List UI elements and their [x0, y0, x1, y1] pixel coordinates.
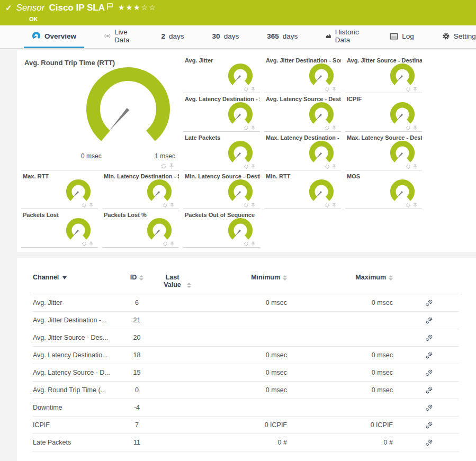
gear-icon[interactable] [163, 241, 168, 247]
pin-icon[interactable] [168, 163, 175, 169]
channel-settings-gears-icon[interactable] [425, 334, 433, 342]
channel-settings-gears-icon[interactable] [425, 421, 433, 429]
gauge-tile: Avg. Jitter Source - Destination [345, 55, 422, 93]
gauge-tile: Min. Latency Source - Destina... [183, 170, 260, 209]
channel-maximum: 0 ICPIF [292, 421, 398, 429]
sort-icons [187, 283, 191, 288]
channel-name-link[interactable]: Avg. Jitter Destination -... [33, 317, 122, 324]
pin-icon[interactable] [250, 87, 256, 92]
channel-name-link[interactable]: ICPIF [33, 421, 122, 429]
gear-icon[interactable] [82, 241, 87, 247]
channel-id: 11 [122, 439, 152, 446]
gear-icon[interactable] [244, 87, 249, 92]
channel-settings-gears-icon[interactable] [425, 317, 433, 324]
pin-icon[interactable] [331, 125, 337, 131]
gear-icon[interactable] [244, 241, 249, 247]
table-row: Avg. Jitter 6 0 msec 0 msec [33, 294, 459, 312]
gear-icon[interactable] [325, 164, 330, 169]
sensor-header: ✓ Sensor Cisco IP SLA ★★★☆☆ OK [0, 0, 476, 25]
pin-icon[interactable] [331, 203, 337, 208]
priority-stars[interactable]: ★★★☆☆ [118, 3, 157, 12]
gear-icon[interactable] [244, 125, 249, 131]
pin-icon[interactable] [412, 203, 418, 208]
gear-icon[interactable] [406, 125, 411, 131]
channel-settings-gears-icon[interactable] [425, 369, 433, 377]
gauge-dial [63, 178, 94, 205]
gear-icon[interactable] [163, 203, 168, 208]
channel-name-link[interactable]: Avg. Jitter [33, 299, 122, 306]
pin-icon[interactable] [250, 164, 256, 169]
sort-caret-icon [62, 276, 67, 279]
pin-icon[interactable] [331, 87, 337, 92]
tab-historic-data[interactable]: Historic Data [318, 25, 370, 48]
flag-icon[interactable] [107, 3, 113, 10]
tab-365-days[interactable]: 365 days [259, 25, 306, 48]
channel-id: -4 [122, 404, 152, 411]
gear-icon [442, 32, 450, 40]
channel-table-panel: Channel ID Last Value Minimum Maximum Av… [17, 258, 476, 461]
channel-name-link[interactable]: Late Packets [33, 439, 122, 446]
channel-settings-gears-icon[interactable] [425, 299, 433, 307]
channel-settings-gears-icon[interactable] [425, 439, 433, 447]
channel-settings-gears-icon[interactable] [425, 404, 433, 412]
gauge-tile: Min. Latency Destination - So... [102, 170, 179, 209]
tab-30-days[interactable]: 30 days [204, 25, 247, 48]
channel-minimum: 0 msec [200, 299, 292, 306]
gear-icon[interactable] [406, 203, 411, 208]
gear-icon[interactable] [244, 164, 249, 169]
channel-name-link[interactable]: Avg. Jitter Source - Des... [33, 334, 122, 341]
pin-icon[interactable] [88, 241, 94, 247]
channel-id: 15 [122, 369, 152, 376]
tab-settings[interactable]: Settings [434, 25, 476, 48]
tab-2-days[interactable]: 2 days [154, 25, 192, 48]
gear-icon[interactable] [406, 87, 411, 92]
column-header-maximum[interactable]: Maximum [292, 274, 398, 281]
pin-icon[interactable] [250, 241, 256, 247]
channel-name-link[interactable]: Avg. Latency Source - D... [33, 369, 122, 376]
channel-maximum: 0 msec [292, 351, 398, 359]
channel-settings-gears-icon[interactable] [425, 386, 433, 394]
gauge-dial [387, 139, 418, 167]
channel-settings-gears-icon[interactable] [425, 351, 433, 359]
column-header-last-value[interactable]: Last Value [152, 274, 200, 288]
column-header-minimum[interactable]: Minimum [200, 274, 292, 281]
pin-icon[interactable] [412, 125, 418, 131]
sort-icons [139, 275, 143, 281]
column-header-channel[interactable]: Channel [33, 274, 122, 281]
tab-overview[interactable]: Overview [24, 25, 84, 48]
gauge-dial [306, 178, 337, 205]
gear-icon[interactable] [325, 87, 330, 92]
overview-gauges-panel: Avg. Round Trip Time (RTT) 0 msec 1 msec [17, 50, 476, 252]
sort-icons [389, 275, 393, 281]
pin-icon[interactable] [250, 203, 256, 208]
gauge-dial [306, 62, 337, 89]
pin-icon[interactable] [331, 164, 337, 169]
gauge-tile: MOS [345, 170, 422, 209]
gauge-tile: Max. Latency Destination - So... [264, 132, 341, 170]
pin-icon[interactable] [88, 203, 94, 208]
gauge-dial [225, 62, 256, 89]
channel-name-link[interactable]: Avg. Latency Destinatio... [33, 351, 122, 359]
channel-id: 6 [122, 299, 152, 306]
pin-icon[interactable] [169, 203, 175, 208]
gauge-tile: Avg. Jitter [183, 55, 260, 93]
pin-icon[interactable] [412, 87, 418, 92]
gauge-dial [225, 139, 256, 167]
column-header-id[interactable]: ID [122, 274, 152, 281]
pin-icon[interactable] [169, 241, 175, 247]
gauge-tile: Max. RTT [21, 170, 98, 209]
table-row: Avg. Round Trip Time (... 0 0 msec 0 mse… [33, 382, 459, 399]
channel-name-link[interactable]: Downtime [33, 404, 122, 411]
stars-filled: ★★★ [118, 3, 141, 12]
gear-icon[interactable] [325, 125, 330, 131]
pin-icon[interactable] [250, 125, 256, 131]
tab-live-data[interactable]: Live Data [96, 25, 141, 48]
pin-icon[interactable] [412, 164, 418, 169]
gear-icon[interactable] [82, 203, 87, 208]
gear-icon[interactable] [406, 164, 411, 169]
tab-log[interactable]: Log [382, 25, 422, 48]
gear-icon[interactable] [160, 163, 167, 169]
channel-name-link[interactable]: Avg. Round Trip Time (... [33, 386, 122, 394]
gear-icon[interactable] [244, 203, 249, 208]
gear-icon[interactable] [325, 203, 330, 208]
